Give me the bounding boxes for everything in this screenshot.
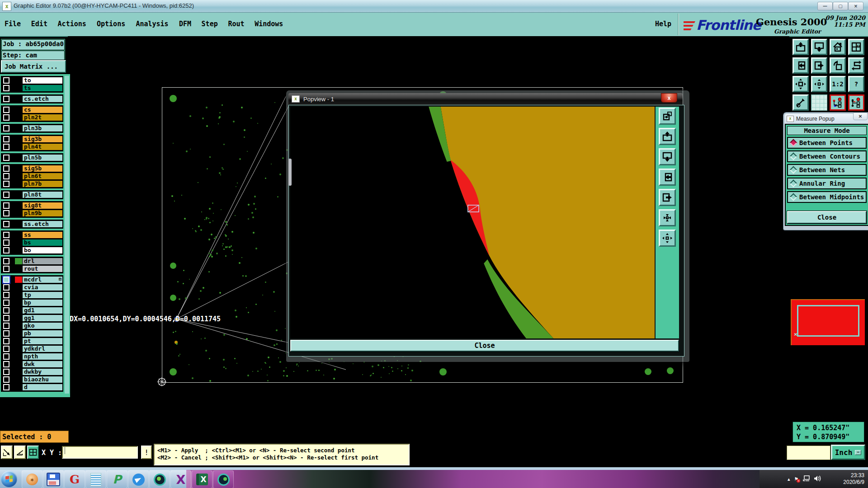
layer-row-to[interactable]: to bbox=[2, 77, 62, 84]
layer-name[interactable]: pln9b bbox=[23, 210, 62, 216]
menu-file[interactable]: File bbox=[5, 20, 21, 28]
layer-checkbox[interactable] bbox=[3, 181, 9, 187]
window-xy-icon[interactable]: xy bbox=[848, 39, 864, 55]
layer-row-pln9b[interactable]: pln9b bbox=[2, 210, 62, 217]
layer-row-pln7b[interactable]: pln7b bbox=[2, 180, 62, 188]
excel-icon[interactable]: X bbox=[192, 470, 212, 488]
layer-name[interactable]: sig8t bbox=[23, 202, 62, 209]
net-tool-a-icon[interactable] bbox=[830, 94, 846, 111]
undo-box-icon[interactable] bbox=[830, 57, 846, 74]
tools-icon[interactable] bbox=[793, 94, 809, 111]
box-in-icon[interactable] bbox=[659, 169, 676, 186]
home-icon[interactable] bbox=[830, 39, 846, 55]
measure-option-between-nets[interactable]: Between Nets bbox=[787, 164, 867, 176]
job-matrix-button[interactable]: Job Matrix ... bbox=[1, 60, 66, 73]
layer-name[interactable]: pln4t bbox=[23, 144, 62, 150]
box-out-icon[interactable] bbox=[811, 57, 827, 74]
measure-popup-titlebar[interactable]: x Measure Popup ✕ bbox=[785, 114, 868, 124]
s-shape-icon[interactable] bbox=[848, 57, 864, 74]
measure-option-between-contours[interactable]: Between Contours bbox=[787, 150, 867, 162]
maximize-button[interactable]: ▢ bbox=[833, 2, 848, 10]
layer-row-pln8t[interactable]: pln8t bbox=[2, 191, 62, 198]
layer-checkbox[interactable] bbox=[3, 307, 9, 314]
layer-name[interactable]: pb bbox=[23, 330, 62, 337]
volume-icon[interactable] bbox=[814, 475, 821, 483]
action-center-flag-icon[interactable]: ⚑✕ bbox=[794, 476, 799, 482]
layer-row-pb[interactable]: pb bbox=[2, 330, 62, 337]
layer-name[interactable]: pln5b bbox=[23, 155, 62, 161]
layer-checkbox[interactable] bbox=[3, 315, 9, 321]
layer-checkbox[interactable] bbox=[3, 77, 9, 84]
popview-copy-icon[interactable] bbox=[659, 108, 676, 125]
layer-name[interactable]: npth bbox=[23, 353, 62, 360]
menu-rout[interactable]: Rout bbox=[228, 20, 244, 28]
cam-dart-icon[interactable] bbox=[149, 470, 170, 488]
menu-edit[interactable]: Edit bbox=[31, 20, 47, 28]
layer-name[interactable]: pln2t bbox=[23, 114, 62, 121]
layer-checkbox[interactable] bbox=[3, 239, 9, 246]
paste-down-icon[interactable] bbox=[811, 39, 827, 55]
tray-expand-icon[interactable]: ▴ bbox=[788, 476, 790, 482]
tray-clock[interactable]: 23:332020/6/9 bbox=[843, 472, 864, 486]
layer-name[interactable]: drl bbox=[23, 258, 62, 264]
layer-name[interactable]: ss bbox=[23, 232, 62, 238]
layer-name[interactable]: pln3b bbox=[23, 125, 62, 131]
paste-up-icon[interactable] bbox=[659, 128, 676, 145]
layer-row-bs[interactable]: bs bbox=[2, 239, 62, 246]
layer-checkbox[interactable] bbox=[3, 232, 9, 238]
layer-name[interactable]: biaozhu bbox=[23, 376, 62, 383]
layer-checkbox[interactable] bbox=[3, 173, 9, 179]
grid-flat-icon[interactable] bbox=[811, 94, 827, 111]
layer-checkbox[interactable] bbox=[3, 338, 9, 344]
popview-content[interactable] bbox=[290, 107, 655, 338]
layer-checkbox[interactable] bbox=[3, 85, 9, 91]
layer-row-ss[interactable]: ss bbox=[2, 231, 62, 239]
layer-name[interactable]: pln6t bbox=[23, 173, 62, 179]
layer-checkbox[interactable] bbox=[3, 192, 9, 198]
layer-checkbox[interactable] bbox=[3, 284, 9, 291]
paste-down-icon[interactable] bbox=[659, 148, 676, 165]
layer-row-pt[interactable]: pt bbox=[2, 338, 62, 345]
cam-teal-icon[interactable] bbox=[213, 470, 234, 488]
layer-row-gg1[interactable]: gg1 bbox=[2, 314, 62, 322]
menu-actions[interactable]: Actions bbox=[58, 20, 86, 28]
layer-checkbox[interactable] bbox=[3, 330, 9, 337]
layer-row-pln5b[interactable]: pln5b bbox=[2, 154, 62, 161]
layer-checkbox[interactable] bbox=[3, 155, 9, 161]
layer-row-pln3b[interactable]: pln3b bbox=[2, 125, 62, 132]
box-out-icon[interactable] bbox=[659, 189, 676, 206]
layer-name[interactable]: bp bbox=[23, 300, 62, 306]
layer-name[interactable]: ss.etch bbox=[23, 221, 62, 227]
layer-checkbox[interactable] bbox=[3, 266, 9, 272]
layer-checkbox[interactable] bbox=[3, 384, 9, 390]
layer-checkbox[interactable] bbox=[3, 107, 9, 113]
minimize-button[interactable]: — bbox=[817, 2, 833, 10]
layer-name[interactable]: dwkby bbox=[23, 369, 62, 375]
layer-row-rout[interactable]: rout bbox=[2, 265, 62, 272]
measure-close-button[interactable]: Close bbox=[787, 211, 867, 224]
genesis-g-icon[interactable]: G bbox=[64, 470, 85, 488]
network-icon[interactable] bbox=[802, 475, 810, 483]
layer-row-pln6t[interactable]: pln6t bbox=[2, 173, 62, 180]
net-tool-b-icon[interactable] bbox=[848, 94, 864, 111]
layer-row-cs[interactable]: cs bbox=[2, 106, 62, 113]
layer-name[interactable]: bs bbox=[23, 239, 62, 246]
popview-titlebar[interactable]: x Popview - 1 x bbox=[288, 93, 683, 105]
layer-name[interactable]: d bbox=[23, 384, 62, 390]
layer-row-d[interactable]: d bbox=[2, 384, 62, 391]
layer-checkbox[interactable] bbox=[3, 277, 9, 283]
layer-name[interactable]: cs.etch bbox=[23, 96, 62, 102]
layer-row-pln4t[interactable]: pln4t bbox=[2, 143, 62, 150]
layer-name[interactable]: ydkdrl bbox=[23, 346, 62, 352]
measure-popup-close-icon[interactable]: ✕ bbox=[853, 113, 868, 120]
layer-row-sig5b[interactable]: sig5b bbox=[2, 165, 62, 172]
menu-help[interactable]: Help bbox=[655, 20, 671, 28]
menu-analysis[interactable]: Analysis bbox=[136, 20, 168, 28]
layer-checkbox[interactable] bbox=[3, 376, 9, 383]
layer-name[interactable]: cvia bbox=[23, 284, 62, 291]
menu-step[interactable]: Step bbox=[202, 20, 218, 28]
popview-close-icon[interactable]: x bbox=[661, 93, 677, 103]
layer-row-ydkdrl[interactable]: ydkdrl bbox=[2, 345, 62, 352]
layer-checkbox[interactable] bbox=[3, 247, 9, 253]
layer-row-bp[interactable]: bp bbox=[2, 299, 62, 306]
